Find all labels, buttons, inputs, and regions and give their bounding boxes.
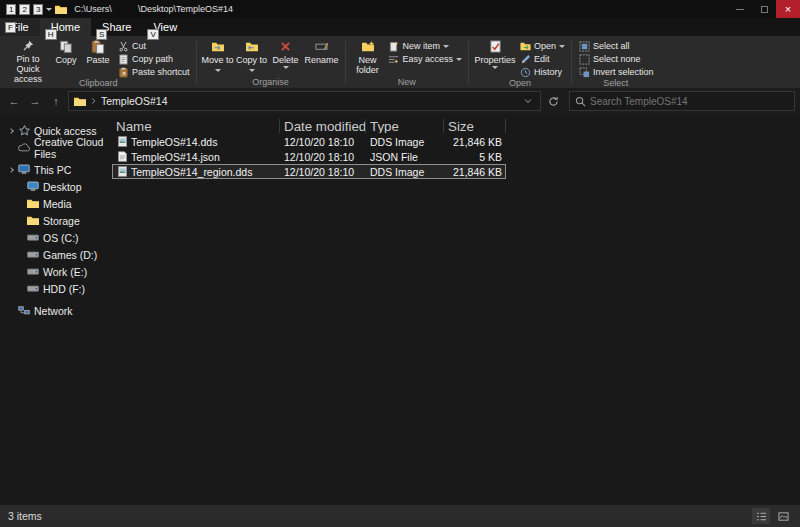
dropdown-arrow-icon [283,66,289,69]
large-icons-view-button[interactable] [774,508,792,524]
items-count: 3 items [8,510,42,522]
column-header-name[interactable]: Name [112,119,280,133]
navigation-bar: ← → ↑ TempleOS#14 [0,88,800,114]
file-row-templeos14-json[interactable]: TempleOS#14.json 12/10/20 18:10 JSON Fil… [112,149,506,164]
paste-shortcut-button[interactable]: Paste shortcut [115,66,192,78]
ribbon: Pin to Quick access Copy Paste Cut [0,36,800,88]
details-view-button[interactable] [752,508,770,524]
new-folder-icon [361,39,375,54]
ribbon-group-select: Select all Select none Invert selection … [573,37,659,88]
rename-icon [315,39,328,54]
keytip-file: F [5,22,16,33]
edit-button[interactable]: Edit [517,53,567,65]
new-folder-button[interactable]: New folder [350,38,386,77]
explorer-folder-icon [55,5,67,14]
breadcrumb[interactable]: TempleOS#14 [101,95,168,107]
copy-icon [59,39,73,54]
tab-view[interactable]: View V [142,18,188,36]
copy-path-icon [117,53,129,65]
sidebar-item-work-e[interactable]: Work (E:) [0,263,106,280]
sidebar-item-games-d[interactable]: Games (D:) [0,246,106,263]
delete-icon [279,39,292,54]
select-all-icon [578,40,590,52]
column-header-size[interactable]: Size [444,119,506,133]
paste-icon [91,39,105,54]
pin-icon [21,39,35,53]
minimize-icon [736,9,744,10]
pin-to-quick-access-button[interactable]: Pin to Quick access [5,38,51,77]
forward-icon: → [30,95,41,107]
maximize-button[interactable] [752,0,776,18]
ribbon-group-clipboard: Pin to Quick access Copy Paste Cut [2,37,195,88]
rename-button[interactable]: Rename [303,38,341,77]
tab-share[interactable]: Share S [91,18,142,36]
up-button[interactable]: ↑ [47,92,65,110]
open-button[interactable]: Open [517,40,567,52]
network-icon [18,305,30,317]
delete-button[interactable]: Delete [269,38,303,77]
up-icon: ↑ [53,95,59,107]
invert-selection-button[interactable]: Invert selection [576,66,656,78]
column-header-date-modified[interactable]: Date modified [280,119,366,133]
file-list-header: Name Date modified Type Size [112,118,800,134]
dds-image-file-icon [116,166,128,178]
select-none-button[interactable]: Select none [576,53,656,65]
sidebar-item-creative-cloud-files[interactable]: Creative Cloud Files [0,139,106,156]
folder-icon [27,198,39,210]
easy-access-icon [388,53,400,65]
new-item-button[interactable]: New item [386,40,465,52]
sidebar-item-desktop[interactable]: Desktop [0,178,106,195]
column-header-type[interactable]: Type [366,119,444,133]
dropdown-arrow-icon [559,45,565,48]
close-button[interactable]: × [776,0,800,18]
paste-button[interactable]: Paste [81,38,115,77]
keytip-share: S [96,29,107,40]
ribbon-group-open: Properties Open Edit History [470,37,570,88]
close-icon: × [785,4,791,15]
ribbon-tab-row: File F Home H Share S View V [0,18,800,36]
back-button[interactable]: ← [5,92,23,110]
dropdown-arrow-icon [249,69,255,72]
forward-button[interactable]: → [26,92,44,110]
chevron-right-icon [8,167,14,173]
keytip-view: V [147,29,158,40]
sidebar-item-storage[interactable]: Storage [0,212,106,229]
move-to-button[interactable]: Move to [201,38,235,77]
sidebar-item-this-pc[interactable]: This PC [0,161,106,178]
easy-access-button[interactable]: Easy access [386,53,465,65]
keytip-3: 3 [33,4,43,15]
cut-icon [117,40,129,52]
address-history-dropdown-button[interactable] [521,92,535,110]
select-all-button[interactable]: Select all [576,40,656,52]
address-bar[interactable]: TempleOS#14 [68,91,541,111]
history-icon [519,66,531,78]
refresh-button[interactable] [544,92,562,110]
copy-path-button[interactable]: Copy path [115,53,192,65]
history-button[interactable]: History [517,66,567,78]
cloud-icon [18,142,30,154]
minimize-button[interactable] [728,0,752,18]
sidebar-item-network[interactable]: Network [0,302,106,319]
status-bar: 3 items [0,505,800,527]
cut-button[interactable]: Cut [115,40,192,52]
search-input[interactable] [590,96,789,107]
copy-to-button[interactable]: Copy to [235,38,269,77]
properties-button[interactable]: Properties [473,38,517,77]
quick-access-toolbar-dropdown-icon[interactable] [46,8,52,11]
sidebar-item-hdd-f[interactable]: HDD (F:) [0,280,106,297]
title-bar: 1 2 3 C:\Users\ \Desktop\TempleOS#14 × [0,0,800,18]
search-icon [575,96,586,107]
sidebar-item-media[interactable]: Media [0,195,106,212]
breadcrumb-folder-icon [74,97,86,106]
edit-icon [519,53,531,65]
drive-icon [27,266,39,278]
navigation-pane: Quick access Creative Cloud Files This P… [0,114,106,505]
file-row-templeos14-region-dds-selected[interactable]: TempleOS#14_region.dds 12/10/20 18:10 DD… [112,164,506,179]
tab-home[interactable]: Home H [40,18,91,36]
tab-file[interactable]: File F [0,18,40,36]
copy-to-icon [245,39,259,54]
file-row-templeos14-dds[interactable]: TempleOS#14.dds 12/10/20 18:10 DDS Image… [112,134,506,149]
sidebar-item-os-c[interactable]: OS (C:) [0,229,106,246]
window-controls: × [728,0,800,18]
copy-button[interactable]: Copy [51,38,81,77]
